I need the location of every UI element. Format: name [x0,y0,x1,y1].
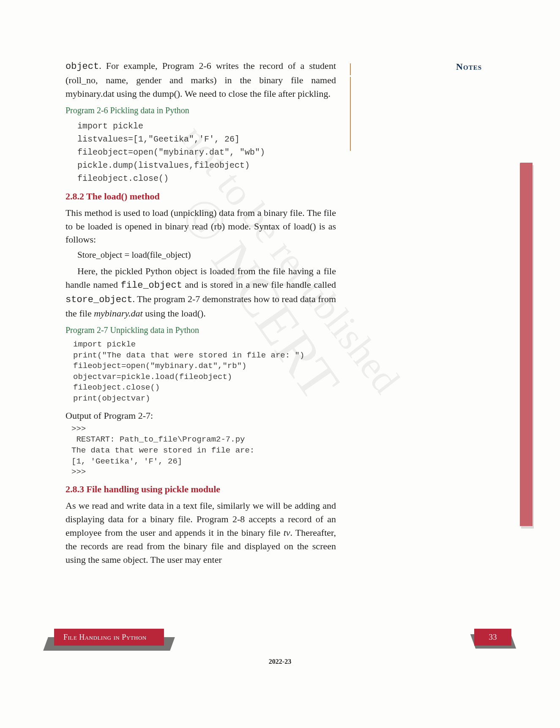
main-content: object. For example, Program 2-6 writes … [66,59,336,569]
edition-year: 2022-23 [0,658,560,665]
heading-2-8-2: 2.8.2 The load() method [66,191,336,202]
intro-paragraph: object. For example, Program 2-6 writes … [66,59,336,101]
footer-chapter-text: File Handling in Python [63,633,147,642]
page-number-text: 33 [489,633,497,642]
inline-file-tv: tv [284,527,290,538]
inline-code-object: object [66,61,99,72]
program-2-7-label: Program 2-7 Unpickling data in Python [66,325,336,335]
output-2-7-label: Output of Program 2-7: [66,410,336,421]
intro-text: . For example, Program 2-6 writes the re… [66,60,336,99]
load-exp-mid: and is stored in a new file handle calle… [182,279,336,290]
footer-chapter-title: File Handling in Python [54,629,164,646]
inline-code-file-object: file_object [121,280,182,291]
program-2-6-label: Program 2-6 Pickling data in Python [66,106,336,115]
notes-rule-2 [350,77,351,151]
inline-code-store-object: store_object [66,294,132,305]
side-tab [520,163,533,526]
inline-file-mybinary: mybinary.dat [94,308,143,319]
program-2-6-code: import pickle listvalues=[1,"Geetika",'F… [77,120,336,185]
heading-2-8-3: 2.8.3 File handling using pickle module [66,484,336,495]
load-method-paragraph: This method is used to load (unpickling)… [66,206,336,247]
program-2-7-code: import pickle print("The data that were … [73,339,336,404]
load-syntax: Store_object = load(file_object) [77,250,336,260]
notes-heading: Notes [456,61,482,72]
output-2-7-block: >>> RESTART: Path_to_file\Program2-7.py … [71,424,336,478]
page-number: 33 [474,629,511,646]
textbook-page: Notes © NCERT not to be republished obje… [0,0,560,728]
pickle-module-paragraph: As we read and write data in a text file… [66,499,336,566]
notes-rule [350,63,351,75]
load-exp-post2: using the load(). [143,308,206,319]
load-explanation-paragraph: Here, the pickled Python object is loade… [66,264,336,320]
